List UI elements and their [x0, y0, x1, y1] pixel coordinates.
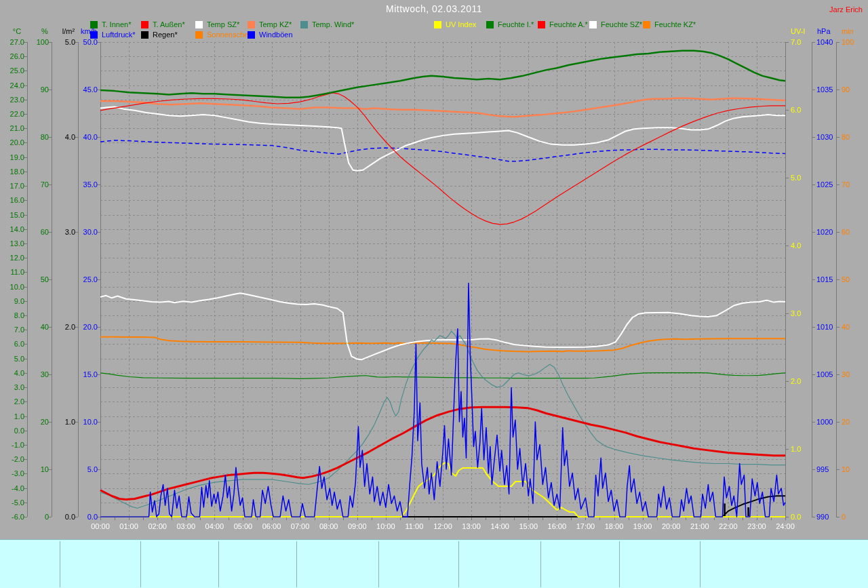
tick-label: 5.0 — [791, 174, 819, 182]
tick-label: 1005 — [816, 370, 845, 378]
tick-label: 40 — [842, 323, 868, 331]
tick-label: 0 — [842, 513, 868, 521]
tick-label: 4.0 — [791, 241, 819, 250]
tick-label: 5.0 — [69, 465, 98, 473]
tick-label: 1020 — [816, 228, 845, 236]
tick-label: 20.0 — [69, 323, 98, 331]
tick-label: 22.0 — [0, 110, 24, 118]
tick-label: 30 — [842, 370, 868, 378]
legend-item-feuchte-i-[interactable]: Feuchte I.* — [486, 20, 534, 28]
x-axis-label: 02:00 — [142, 522, 172, 530]
tick-label: 60 — [20, 228, 49, 236]
legend-item-regen-[interactable]: Regen* — [141, 31, 178, 39]
table-separator — [700, 541, 701, 587]
legend-swatch-icon — [300, 21, 308, 28]
x-axis-label: 04:00 — [199, 522, 229, 530]
legend-item-label: Luftdruck* — [102, 31, 136, 39]
legend-swatch-icon — [141, 21, 149, 28]
legend-item-uv-index[interactable]: UV Index — [434, 20, 476, 28]
x-axis-label: 00:00 — [85, 522, 115, 530]
axis-header-right-1: hPa — [817, 27, 831, 35]
table-separator — [619, 541, 620, 587]
tick-label: 26.0 — [0, 52, 24, 60]
x-axis-label: 24:00 — [770, 522, 800, 530]
tick-label: -1.0 — [0, 441, 24, 449]
legend-item-t-au-en-[interactable]: T. Außen* — [141, 20, 185, 28]
tick-label: 100 — [20, 38, 49, 46]
x-axis-label: 14:00 — [485, 522, 515, 530]
tick-label: 10 — [842, 465, 868, 473]
legend-item-windb-en[interactable]: Windböen — [248, 31, 293, 39]
legend-item-label: Regen* — [153, 31, 178, 39]
summary-table: SensorMinWertMaxWertDurchschnittT. Außen… — [0, 539, 868, 588]
x-axis-label: 17:00 — [570, 522, 600, 530]
legend-swatch-icon — [643, 21, 650, 28]
tick-label: 1040 — [816, 38, 845, 46]
legend-item-feuchte-sz-[interactable]: Feuchte SZ* — [589, 20, 642, 28]
x-axis-label: 13:00 — [456, 522, 486, 530]
tick-label: 7.0 — [791, 38, 819, 46]
x-axis-label: 21:00 — [685, 522, 715, 530]
tick-label: 50 — [20, 275, 49, 283]
x-axis-label: 05:00 — [228, 522, 258, 530]
x-axis-label: 06:00 — [257, 522, 287, 530]
x-axis-label: 08:00 — [314, 522, 344, 530]
axis-header-1: % — [41, 27, 48, 35]
tick-label: 45.0 — [69, 85, 98, 94]
tick-label: 15.0 — [0, 211, 24, 219]
page-title: Mittwoch, 02.03.2011 — [0, 3, 868, 14]
tick-label: 20 — [20, 418, 49, 426]
tick-label: 40.0 — [69, 133, 98, 141]
legend-swatch-icon — [248, 31, 255, 39]
tick-label: 25.0 — [69, 275, 98, 283]
table-separator — [378, 541, 379, 587]
tick-label: 0 — [20, 513, 49, 521]
tick-label: 1015 — [816, 275, 845, 283]
legend-item-temp-wind-[interactable]: Temp. Wind* — [300, 20, 354, 28]
legend-item-label: Temp KZ* — [259, 20, 292, 28]
tick-label: 1000 — [816, 418, 845, 426]
tick-label: 30.0 — [69, 228, 98, 236]
tick-label: 9.0 — [0, 297, 24, 305]
table-separator — [60, 541, 60, 587]
tick-label: 25.0 — [0, 66, 24, 75]
axis-header-2: l/m² — [62, 27, 75, 35]
x-axis-label: 01:00 — [114, 522, 144, 530]
tick-label: 30 — [20, 370, 49, 378]
weather-chart-canvas[interactable] — [0, 0, 868, 539]
tick-label: 100 — [842, 38, 868, 46]
legend-item-feuchte-kz-[interactable]: Feuchte KZ* — [643, 20, 696, 28]
owner-label: Jarz Erich — [829, 5, 863, 14]
x-axis-label: 03:00 — [171, 522, 201, 530]
table-separator — [540, 541, 541, 587]
tick-label: 70 — [842, 180, 868, 189]
x-axis-label: 07:00 — [285, 522, 315, 530]
legend-item-label: Feuchte KZ* — [654, 20, 696, 28]
tick-label: 10 — [20, 465, 49, 473]
tick-label: 0.0 — [69, 513, 98, 521]
x-axis-label: 20:00 — [656, 522, 686, 530]
legend-item-sonnenschein[interactable]: Sonnenschein — [195, 31, 254, 39]
table-separator — [296, 541, 297, 587]
x-axis-label: 12:00 — [428, 522, 458, 530]
legend-item-label: T. Außen* — [153, 20, 185, 28]
legend-item-feuchte-a-[interactable]: Feuchte A.* — [538, 20, 588, 28]
legend-item-label: Feuchte SZ* — [601, 20, 642, 28]
x-axis-label: 11:00 — [399, 522, 429, 530]
tick-label: 0.0 — [791, 513, 819, 521]
tick-label: -5.0 — [0, 498, 24, 507]
tick-label: 70 — [20, 180, 49, 189]
x-axis-label: 19:00 — [628, 522, 658, 530]
x-axis-label: 15:00 — [513, 522, 543, 530]
tick-label: 1025 — [816, 180, 845, 189]
legend-swatch-icon — [538, 21, 545, 28]
tick-label: 1035 — [816, 85, 845, 94]
tick-label: -2.0 — [0, 455, 24, 463]
x-axis-label: 10:00 — [371, 522, 401, 530]
legend-item-label: T. Innen* — [102, 20, 131, 28]
tick-label: 80 — [842, 133, 868, 141]
tick-label: 50.0 — [69, 38, 98, 46]
legend-item-temp-kz-[interactable]: Temp KZ* — [248, 20, 292, 28]
tick-label: 80 — [20, 133, 49, 141]
legend-item-temp-sz-[interactable]: Temp SZ* — [195, 20, 239, 28]
